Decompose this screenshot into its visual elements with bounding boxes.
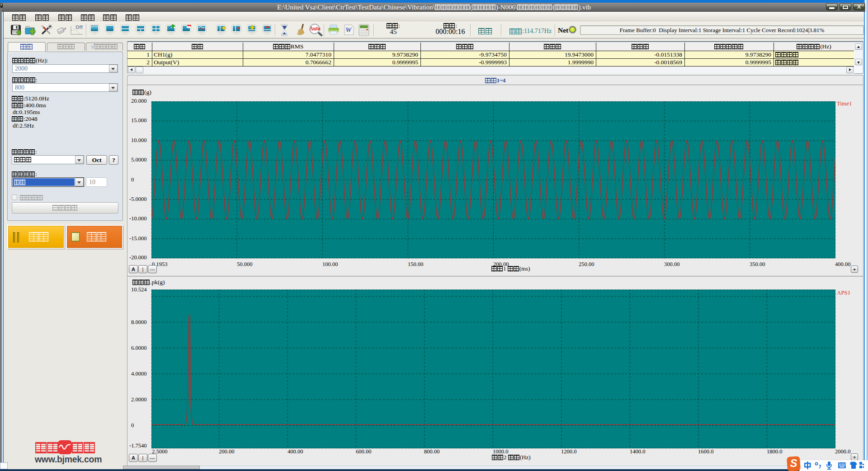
svg-text:Auto: Auto <box>310 26 321 31</box>
svg-text:W: W <box>345 26 352 33</box>
svg-text:Off: Off <box>75 24 83 30</box>
